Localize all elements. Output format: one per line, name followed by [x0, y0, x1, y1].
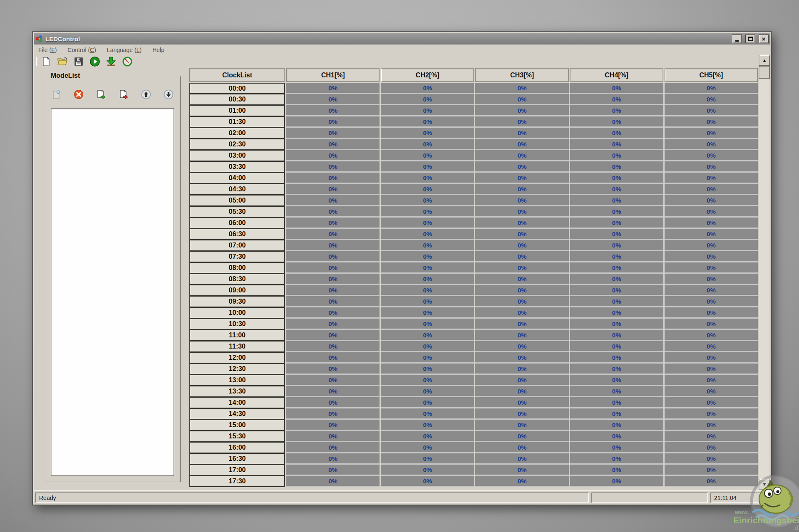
- channel-value-cell[interactable]: 0%: [286, 105, 380, 116]
- clock-cell[interactable]: 10:30: [189, 319, 285, 330]
- new-file-button[interactable]: [41, 56, 52, 67]
- clock-cell[interactable]: 15:30: [189, 431, 285, 442]
- channel-value-cell[interactable]: 0%: [570, 330, 663, 341]
- channel-value-cell[interactable]: 0%: [665, 364, 758, 375]
- clock-cell[interactable]: 09:30: [189, 296, 285, 307]
- clock-cell[interactable]: 05:30: [189, 206, 285, 218]
- channel-value-cell[interactable]: 0%: [570, 408, 663, 420]
- clock-cell[interactable]: 03:30: [189, 161, 285, 173]
- open-file-button[interactable]: [57, 56, 68, 67]
- channel-value-cell[interactable]: 0%: [570, 150, 663, 161]
- channel-value-cell[interactable]: 0%: [570, 251, 663, 262]
- channel-value-cell[interactable]: 0%: [475, 352, 568, 364]
- channel-value-cell[interactable]: 0%: [475, 307, 568, 319]
- menu-file[interactable]: File (F): [38, 47, 57, 53]
- channel-value-cell[interactable]: 0%: [286, 128, 380, 139]
- channel-value-cell[interactable]: 0%: [475, 431, 568, 442]
- channel-value-cell[interactable]: 0%: [570, 229, 663, 240]
- channel-value-cell[interactable]: 0%: [286, 341, 380, 352]
- channel-value-cell[interactable]: 0%: [570, 420, 663, 431]
- channel-value-cell[interactable]: 0%: [570, 184, 663, 195]
- channel-value-cell[interactable]: 0%: [475, 285, 568, 296]
- menu-help[interactable]: Help: [152, 47, 164, 53]
- channel-value-cell[interactable]: 0%: [286, 251, 380, 262]
- channel-value-cell[interactable]: 0%: [665, 375, 758, 386]
- channel-value-cell[interactable]: 0%: [381, 195, 474, 206]
- clock-cell[interactable]: 15:00: [189, 420, 285, 431]
- channel-value-cell[interactable]: 0%: [475, 476, 568, 487]
- header-ch2[interactable]: CH2[%]: [381, 68, 474, 82]
- timer-button[interactable]: [122, 56, 133, 67]
- channel-value-cell[interactable]: 0%: [381, 161, 474, 173]
- clock-cell[interactable]: 05:00: [189, 195, 285, 206]
- download-button[interactable]: [106, 56, 117, 67]
- channel-value-cell[interactable]: 0%: [475, 465, 568, 476]
- scroll-up-button[interactable]: ▲: [759, 55, 770, 66]
- channel-value-cell[interactable]: 0%: [570, 262, 663, 274]
- channel-value-cell[interactable]: 0%: [286, 319, 380, 330]
- channel-value-cell[interactable]: 0%: [381, 307, 474, 319]
- channel-value-cell[interactable]: 0%: [286, 364, 380, 375]
- channel-value-cell[interactable]: 0%: [570, 173, 663, 184]
- channel-value-cell[interactable]: 0%: [475, 262, 568, 274]
- channel-value-cell[interactable]: 0%: [665, 262, 758, 274]
- channel-value-cell[interactable]: 0%: [475, 319, 568, 330]
- channel-value-cell[interactable]: 0%: [381, 296, 474, 307]
- channel-value-cell[interactable]: 0%: [665, 307, 758, 319]
- channel-value-cell[interactable]: 0%: [665, 431, 758, 442]
- channel-value-cell[interactable]: 0%: [475, 408, 568, 420]
- channel-value-cell[interactable]: 0%: [665, 296, 758, 307]
- channel-value-cell[interactable]: 0%: [665, 161, 758, 173]
- channel-value-cell[interactable]: 0%: [665, 420, 758, 431]
- channel-value-cell[interactable]: 0%: [381, 240, 474, 251]
- clock-cell[interactable]: 08:00: [189, 262, 285, 274]
- channel-value-cell[interactable]: 0%: [475, 105, 568, 116]
- menu-language[interactable]: Language (L): [107, 47, 141, 53]
- channel-value-cell[interactable]: 0%: [475, 296, 568, 307]
- header-ch1[interactable]: CH1[%]: [286, 68, 380, 82]
- channel-value-cell[interactable]: 0%: [286, 397, 380, 408]
- clock-cell[interactable]: 12:30: [189, 364, 285, 375]
- edit-mode-button[interactable]: [50, 89, 62, 100]
- channel-value-cell[interactable]: 0%: [381, 229, 474, 240]
- channel-value-cell[interactable]: 0%: [381, 375, 474, 386]
- move-down-button[interactable]: [163, 89, 174, 100]
- channel-value-cell[interactable]: 0%: [286, 240, 380, 251]
- channel-value-cell[interactable]: 0%: [665, 408, 758, 420]
- channel-value-cell[interactable]: 0%: [570, 476, 663, 487]
- channel-value-cell[interactable]: 0%: [570, 128, 663, 139]
- clock-cell[interactable]: 13:30: [189, 386, 285, 397]
- channel-value-cell[interactable]: 0%: [475, 375, 568, 386]
- channel-value-cell[interactable]: 0%: [665, 341, 758, 352]
- channel-value-cell[interactable]: 0%: [381, 184, 474, 195]
- channel-value-cell[interactable]: 0%: [570, 206, 663, 218]
- clock-cell[interactable]: 17:30: [189, 476, 285, 487]
- channel-value-cell[interactable]: 0%: [286, 139, 380, 150]
- channel-value-cell[interactable]: 0%: [570, 218, 663, 229]
- channel-value-cell[interactable]: 0%: [665, 173, 758, 184]
- clock-cell[interactable]: 17:00: [189, 465, 285, 476]
- channel-value-cell[interactable]: 0%: [286, 442, 380, 453]
- clock-cell[interactable]: 14:30: [189, 408, 285, 420]
- channel-value-cell[interactable]: 0%: [665, 116, 758, 128]
- clock-cell[interactable]: 03:00: [189, 150, 285, 161]
- clock-cell[interactable]: 11:00: [189, 330, 285, 341]
- channel-value-cell[interactable]: 0%: [381, 442, 474, 453]
- channel-value-cell[interactable]: 0%: [665, 240, 758, 251]
- channel-value-cell[interactable]: 0%: [381, 465, 474, 476]
- channel-value-cell[interactable]: 0%: [286, 229, 380, 240]
- channel-value-cell[interactable]: 0%: [381, 251, 474, 262]
- channel-value-cell[interactable]: 0%: [381, 420, 474, 431]
- channel-value-cell[interactable]: 0%: [665, 330, 758, 341]
- channel-value-cell[interactable]: 0%: [381, 330, 474, 341]
- channel-value-cell[interactable]: 0%: [475, 330, 568, 341]
- channel-value-cell[interactable]: 0%: [475, 195, 568, 206]
- titlebar[interactable]: LEDControl ×: [34, 33, 770, 45]
- channel-value-cell[interactable]: 0%: [381, 352, 474, 364]
- channel-value-cell[interactable]: 0%: [570, 386, 663, 397]
- channel-value-cell[interactable]: 0%: [570, 453, 663, 465]
- channel-value-cell[interactable]: 0%: [665, 218, 758, 229]
- channel-value-cell[interactable]: 0%: [381, 274, 474, 285]
- channel-value-cell[interactable]: 0%: [665, 453, 758, 465]
- channel-value-cell[interactable]: 0%: [570, 375, 663, 386]
